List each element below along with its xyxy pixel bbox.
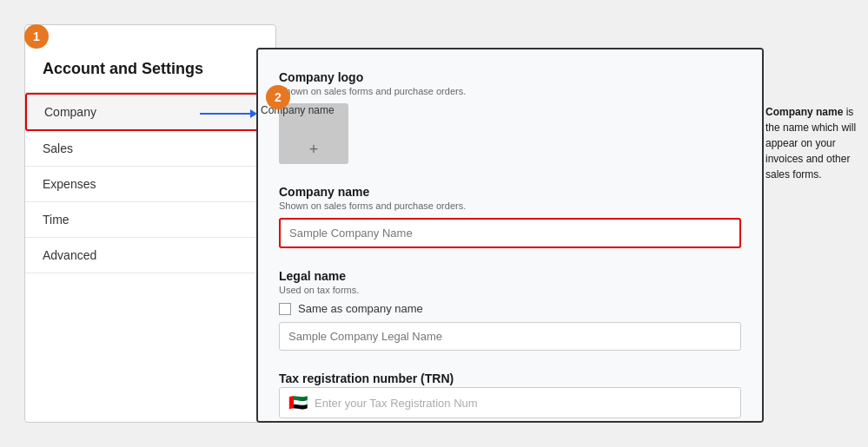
- company-logo-section: Company logo Shown on sales forms and pu…: [279, 70, 741, 164]
- sidebar-item-sales-label: Sales: [43, 141, 73, 155]
- sidebar-item-expenses[interactable]: Expenses: [25, 167, 275, 202]
- trn-section: Tax registration number (TRN) 🇦🇪 Enter y…: [279, 371, 741, 418]
- sidebar-item-sales[interactable]: Sales: [25, 131, 275, 167]
- step-badge-1: 1: [24, 24, 49, 49]
- sidebar-item-advanced[interactable]: Advanced: [25, 238, 275, 273]
- same-as-company-row: Same as company name: [279, 302, 741, 315]
- company-name-section: Company name Shown on sales forms and pu…: [279, 185, 741, 248]
- company-logo-label: Company logo: [279, 70, 741, 84]
- arrow-line: [200, 113, 252, 115]
- sidebar-item-company[interactable]: Company: [25, 93, 275, 131]
- trn-placeholder-text: Enter your Tax Registration Num: [315, 397, 732, 410]
- left-panel: Account and Settings Company Sales Expen…: [24, 24, 276, 423]
- annotation-bold-text: Company name: [765, 106, 843, 118]
- company-name-input[interactable]: [279, 218, 741, 248]
- company-name-arrow: Company name: [200, 113, 252, 115]
- same-as-company-checkbox[interactable]: [279, 303, 291, 315]
- company-logo-sublabel: Shown on sales forms and purchase orders…: [279, 86, 741, 96]
- uae-flag-icon: 🇦🇪: [288, 393, 308, 412]
- company-name-label: Company name: [279, 185, 741, 199]
- trn-input-wrapper[interactable]: 🇦🇪 Enter your Tax Registration Num: [279, 387, 741, 418]
- legal-name-section: Legal name Used on tax forms. Same as co…: [279, 269, 741, 351]
- sidebar-item-time[interactable]: Time: [25, 202, 275, 238]
- legal-name-label: Legal name: [279, 269, 741, 283]
- sidebar-item-company-label: Company: [44, 105, 96, 119]
- legal-name-input[interactable]: [279, 322, 741, 351]
- add-logo-icon: +: [309, 141, 319, 159]
- sidebar-item-time-label: Time: [43, 213, 70, 227]
- company-name-sublabel: Shown on sales forms and purchase orders…: [279, 200, 741, 211]
- trn-label: Tax registration number (TRN): [279, 371, 741, 385]
- panel-title: Account and Settings: [25, 25, 275, 93]
- step-badge-2: 2: [266, 85, 290, 109]
- sidebar-item-expenses-label: Expenses: [43, 177, 96, 191]
- legal-name-sublabel: Used on tax forms.: [279, 285, 741, 295]
- same-as-company-label: Same as company name: [298, 302, 423, 315]
- sidebar-item-advanced-label: Advanced: [43, 248, 96, 262]
- company-name-annotation: Company name is the name which will appe…: [765, 104, 861, 182]
